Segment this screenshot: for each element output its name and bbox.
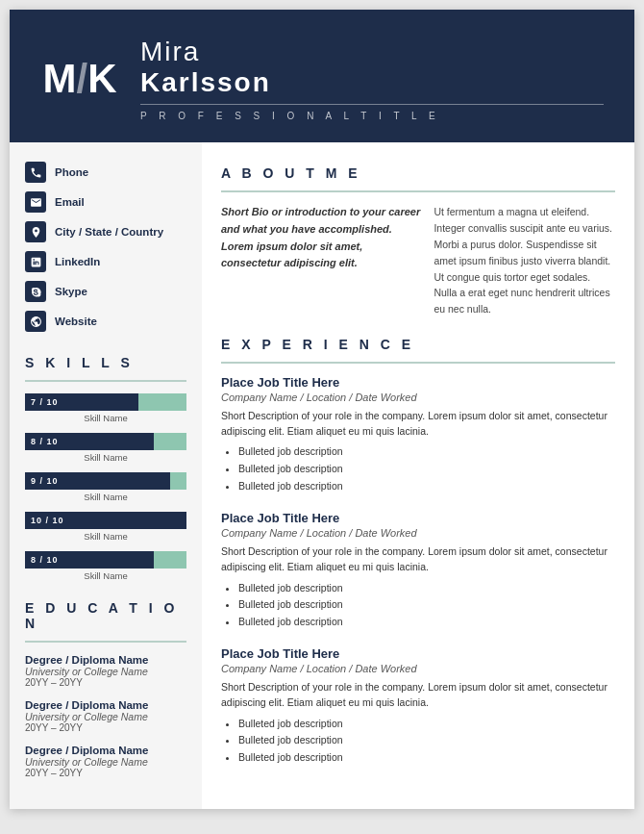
skill-bar-fill — [170, 472, 186, 490]
edu-degree: Degree / Diploma Name — [25, 699, 186, 711]
edu-school: University or College Name — [25, 666, 186, 677]
skills-list: 7 / 10 Skill Name 8 / 10 Skill Name 9 / … — [25, 393, 186, 581]
skill-bar: 7 / 10 — [25, 393, 186, 411]
edu-school: University or College Name — [25, 711, 186, 722]
skill-item: 10 / 10 Skill Name — [25, 512, 186, 542]
skill-score: 7 / 10 — [25, 393, 59, 411]
skill-name: Skill Name — [25, 413, 186, 423]
edu-year: 20YY – 20YY — [25, 768, 186, 778]
contact-section: Phone Email City / State / Country — [25, 162, 186, 332]
contact-website-label: Website — [55, 316, 97, 327]
experience-section-title: E X P E R I E N C E — [221, 337, 615, 352]
skill-bar-fill — [138, 393, 186, 411]
skills-divider — [25, 380, 186, 382]
header-divider — [140, 104, 604, 105]
education-section: E D U C A T I O N Degree / Diploma Name … — [25, 600, 186, 778]
skills-section-title: S K I L L S — [25, 355, 186, 370]
exp-company: Company Name / Location / Date Worked — [221, 663, 615, 674]
right-column: A B O U T M E Short Bio or introduction … — [202, 142, 634, 809]
contact-location-label: City / State / Country — [55, 226, 163, 238]
experience-item: Place Job Title Here Company Name / Loca… — [221, 511, 615, 631]
contact-phone-label: Phone — [55, 166, 88, 178]
exp-desc: Short Description of your role in the co… — [221, 408, 615, 440]
skill-bar: 9 / 10 — [25, 472, 186, 490]
about-section-title: A B O U T M E — [221, 165, 615, 181]
exp-bullet: Bulleted job description — [238, 580, 615, 597]
linkedin-icon — [25, 251, 46, 272]
skill-name: Skill Name — [25, 492, 186, 502]
exp-bullet: Bulleted job description — [238, 596, 615, 614]
header-professional-title: P R O F E S S I O N A L T I T L E — [140, 111, 604, 121]
left-column: Phone Email City / State / Country — [10, 142, 202, 809]
skill-item: 7 / 10 Skill Name — [25, 393, 186, 423]
logo-initial-k: K — [87, 59, 114, 99]
body-wrap: Phone Email City / State / Country — [10, 142, 634, 809]
about-bio-left: Short Bio or introduction to your career… — [221, 204, 420, 317]
contact-location: City / State / Country — [25, 221, 186, 242]
contact-skype: Skype — [25, 281, 186, 302]
skill-bar: 8 / 10 — [25, 551, 186, 569]
experience-section: E X P E R I E N C E Place Job Title Here… — [221, 337, 615, 767]
education-list: Degree / Diploma Name University or Coll… — [25, 654, 186, 778]
exp-bullet: Bulleted job description — [238, 614, 615, 631]
skill-score: 8 / 10 — [25, 551, 59, 569]
experience-item: Place Job Title Here Company Name / Loca… — [221, 646, 615, 767]
skill-bar-fill — [154, 551, 186, 569]
exp-bullets: Bulleted job descriptionBulleted job des… — [221, 716, 615, 768]
exp-bullets: Bulleted job descriptionBulleted job des… — [221, 443, 615, 495]
edu-school: University or College Name — [25, 756, 186, 768]
phone-icon — [25, 162, 46, 183]
edu-year: 20YY – 20YY — [25, 677, 186, 688]
exp-desc: Short Description of your role in the co… — [221, 679, 615, 711]
experience-list: Place Job Title Here Company Name / Loca… — [221, 375, 615, 767]
education-item: Degree / Diploma Name University or Coll… — [25, 699, 186, 733]
email-icon — [25, 191, 46, 213]
education-section-title: E D U C A T I O N — [25, 600, 186, 631]
skills-section: S K I L L S 7 / 10 Skill Name 8 / 10 Ski… — [25, 355, 186, 581]
exp-bullet: Bulleted job description — [238, 732, 615, 749]
header-lastname: Karlsson — [140, 67, 271, 97]
about-section: A B O U T M E Short Bio or introduction … — [221, 165, 615, 317]
exp-bullet: Bulleted job description — [238, 749, 615, 767]
contact-linkedin: LinkedIn — [25, 251, 186, 272]
skill-score: 9 / 10 — [25, 472, 59, 490]
skill-name: Skill Name — [25, 452, 186, 463]
skill-name: Skill Name — [25, 531, 186, 542]
experience-divider — [221, 362, 615, 364]
header-firstname: Mira — [140, 37, 200, 66]
about-bio-right: Ut fermentum a magna ut eleifend. Intege… — [433, 204, 615, 317]
contact-skype-label: Skype — [55, 286, 87, 297]
skill-bar-fill — [154, 433, 186, 450]
logo-initial-m: M — [42, 59, 74, 99]
skype-icon — [25, 281, 46, 302]
logo-slash: / — [76, 59, 86, 99]
website-icon — [25, 311, 46, 332]
experience-item: Place Job Title Here Company Name / Loca… — [221, 375, 615, 495]
exp-bullet: Bulleted job description — [238, 478, 615, 495]
exp-bullet: Bulleted job description — [238, 716, 615, 733]
location-icon — [25, 221, 46, 242]
exp-bullet: Bulleted job description — [238, 461, 615, 478]
skill-score: 8 / 10 — [25, 433, 59, 450]
education-item: Degree / Diploma Name University or Coll… — [25, 745, 186, 778]
exp-bullets: Bulleted job descriptionBulleted job des… — [221, 580, 615, 632]
skill-item: 9 / 10 Skill Name — [25, 472, 186, 502]
logo-box: M / K — [40, 59, 117, 99]
exp-desc: Short Description of your role in the co… — [221, 543, 615, 575]
exp-company: Company Name / Location / Date Worked — [221, 527, 615, 539]
exp-title: Place Job Title Here — [221, 646, 615, 661]
about-inner: Short Bio or introduction to your career… — [221, 204, 615, 317]
education-item: Degree / Diploma Name University or Coll… — [25, 654, 186, 688]
education-divider — [25, 641, 186, 643]
skill-item: 8 / 10 Skill Name — [25, 433, 186, 463]
edu-year: 20YY – 20YY — [25, 722, 186, 733]
edu-degree: Degree / Diploma Name — [25, 745, 186, 756]
contact-phone: Phone — [25, 162, 186, 183]
about-divider — [221, 190, 615, 192]
skill-score: 10 / 10 — [25, 512, 64, 529]
contact-email-label: Email — [55, 196, 85, 208]
skill-name: Skill Name — [25, 570, 186, 581]
resume-header: M / K Mira Karlsson P R O F E S S I O N … — [10, 10, 634, 142]
header-name-block: Mira Karlsson P R O F E S S I O N A L T … — [140, 37, 604, 121]
exp-title: Place Job Title Here — [221, 511, 615, 525]
